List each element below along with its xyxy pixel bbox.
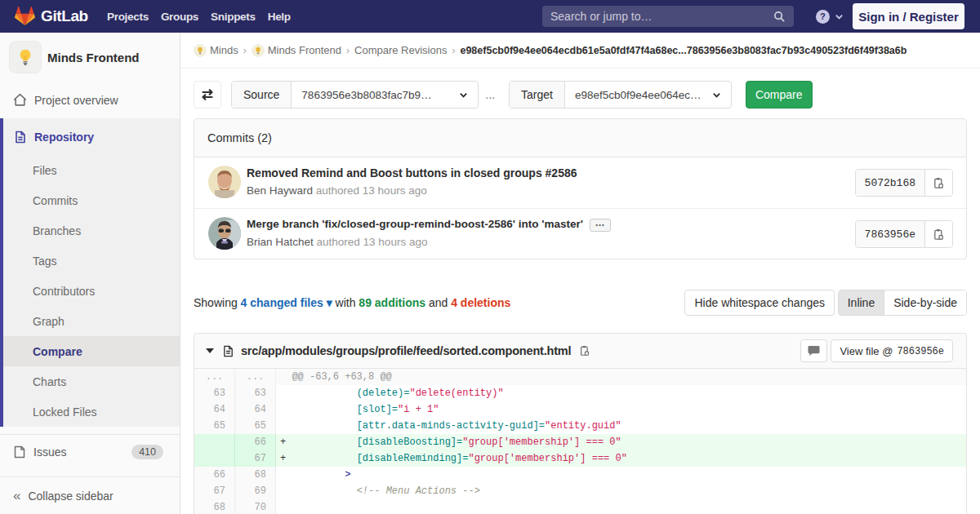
svg-text:?: ?	[820, 11, 826, 21]
